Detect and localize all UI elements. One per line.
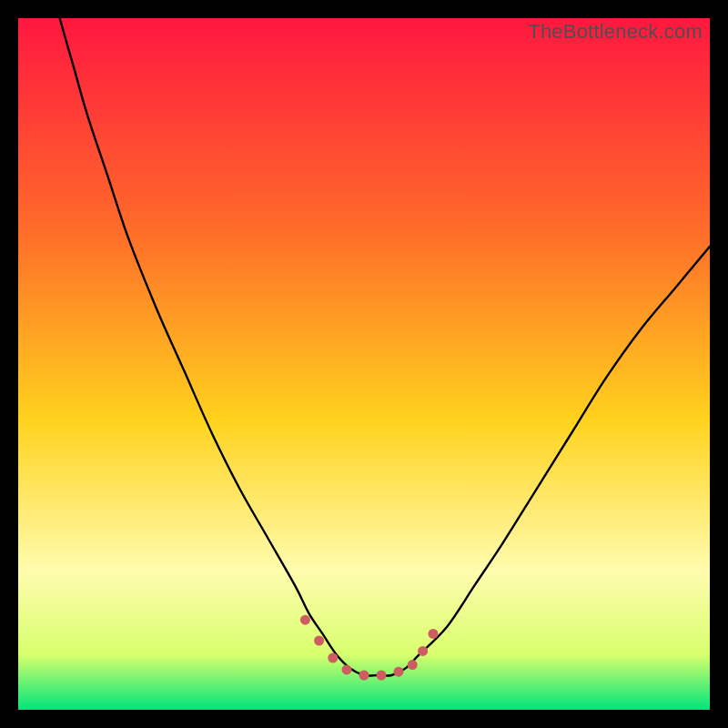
valley-dot (342, 664, 352, 674)
bottleneck-chart (18, 18, 710, 710)
valley-dot (328, 653, 338, 663)
valley-dot (429, 629, 439, 639)
valley-dot (418, 646, 428, 656)
valley-dot (394, 667, 404, 677)
frame: TheBottleneck.com (0, 0, 728, 728)
valley-dot (359, 671, 369, 681)
chart-area (18, 18, 710, 710)
gradient-bg (18, 18, 710, 710)
valley-dot (377, 671, 387, 681)
valley-dot (314, 636, 324, 646)
valley-dot (408, 660, 418, 670)
valley-dot (300, 615, 310, 625)
